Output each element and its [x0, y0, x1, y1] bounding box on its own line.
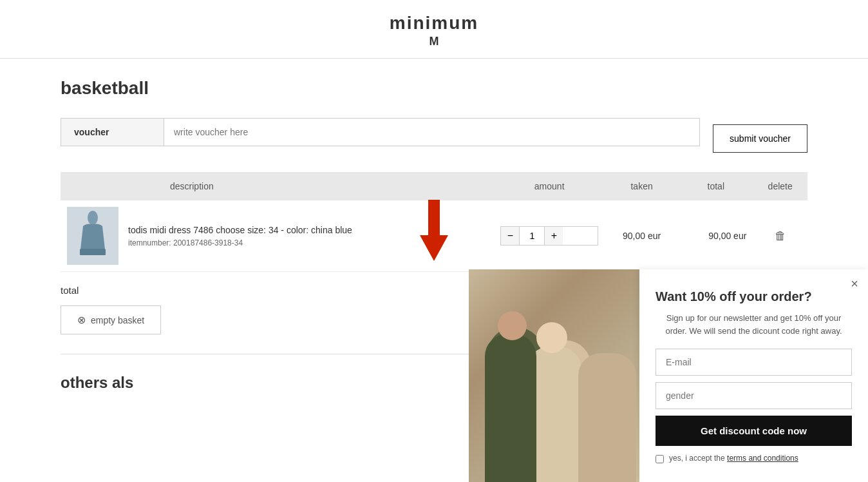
header: minimum M	[0, 0, 868, 59]
logo: minimum M	[390, 13, 478, 48]
product-name: todis midi dress 7486 choose size: 34 - …	[128, 225, 487, 235]
col-delete: delete	[753, 172, 807, 200]
circle-x-icon: ⊗	[77, 314, 86, 326]
submit-voucher-button[interactable]: submit voucher	[713, 124, 807, 153]
product-cell: todis midi dress 7486 choose size: 34 - …	[67, 207, 487, 265]
col-taken: taken	[605, 172, 679, 200]
quantity-decrease-button[interactable]: −	[501, 227, 519, 245]
col-description: description	[61, 172, 494, 200]
page-title: basketball	[61, 78, 807, 99]
popup-title: Want 10% off your order?	[656, 289, 852, 304]
col-amount: amount	[494, 172, 605, 200]
person-1-silhouette	[485, 334, 536, 411]
total-cell: 90,00 eur	[679, 200, 753, 272]
delete-button[interactable]: 🗑	[775, 229, 786, 243]
quantity-input[interactable]	[519, 227, 545, 245]
taken-cell: 90,00 eur	[605, 200, 679, 272]
voucher-section: voucher submit voucher	[61, 118, 807, 159]
col-total: total	[679, 172, 753, 200]
popup-image	[469, 269, 639, 411]
empty-basket-label: empty basket	[91, 315, 144, 325]
product-thumbnail	[67, 207, 118, 265]
voucher-label: voucher	[61, 119, 164, 146]
basket-table: description amount taken total delete	[61, 172, 807, 272]
svg-point-0	[88, 211, 98, 225]
table-row: todis midi dress 7486 choose size: 34 - …	[61, 200, 807, 272]
empty-basket-button[interactable]: ⊗ empty basket	[61, 305, 161, 334]
popup-form: × Want 10% off your order? Sign up for o…	[639, 269, 868, 411]
quantity-controls: − +	[500, 226, 598, 246]
person-2-head	[536, 322, 567, 353]
person-1-head	[498, 311, 527, 340]
quantity-increase-button[interactable]: +	[545, 227, 563, 245]
popup-close-button[interactable]: ×	[851, 277, 858, 290]
svg-rect-1	[80, 249, 106, 255]
logo-text: minimum	[390, 13, 478, 34]
email-input[interactable]	[656, 349, 852, 376]
gender-input[interactable]	[656, 382, 852, 409]
discount-popup: × Want 10% off your order? Sign up for o…	[469, 269, 868, 411]
person-3-silhouette	[578, 353, 636, 411]
product-info: todis midi dress 7486 choose size: 34 - …	[128, 225, 487, 247]
logo-icon: M	[390, 35, 478, 48]
voucher-input[interactable]	[164, 119, 699, 146]
product-sku: itemnumber: 200187486-3918-34	[128, 238, 487, 247]
popup-description: Sign up for our newsletter and get 10% o…	[656, 312, 852, 337]
